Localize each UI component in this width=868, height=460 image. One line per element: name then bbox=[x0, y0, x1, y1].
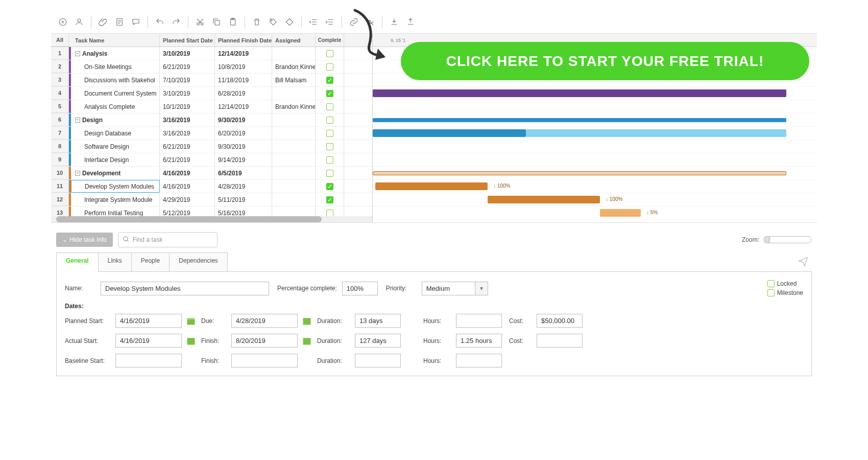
hours-baseline-input[interactable] bbox=[456, 354, 502, 367]
tab-links[interactable]: Links bbox=[98, 252, 132, 271]
complete-checkbox[interactable] bbox=[326, 210, 333, 217]
priority-select[interactable]: ▾ bbox=[422, 282, 488, 295]
task-row[interactable]: 3Discussions with Stakehol7/10/201911/18… bbox=[51, 74, 372, 87]
outdent-icon[interactable] bbox=[307, 15, 320, 29]
note-icon[interactable] bbox=[113, 15, 126, 29]
finish-input[interactable] bbox=[231, 334, 298, 348]
tab-general[interactable]: General bbox=[56, 252, 99, 272]
tab-dependencies[interactable]: Dependencies bbox=[169, 252, 228, 271]
redo-icon[interactable] bbox=[170, 15, 183, 29]
task-row[interactable]: 12Integrate System Module4/29/20195/11/2… bbox=[51, 193, 372, 206]
send-icon[interactable] bbox=[794, 252, 812, 271]
complete-checkbox[interactable] bbox=[326, 170, 333, 177]
task-row[interactable]: 8Software Design6/21/20199/30/2019 bbox=[51, 140, 372, 153]
calendar-icon[interactable] bbox=[300, 334, 314, 348]
complete-checkbox[interactable]: ✓ bbox=[326, 196, 333, 203]
grid-hscrollbar[interactable] bbox=[51, 216, 372, 222]
gantt-bar[interactable] bbox=[373, 89, 786, 97]
complete-checkbox[interactable]: ✓ bbox=[326, 183, 333, 190]
task-row[interactable]: 13Perform Initial Testing5/12/20195/16/2… bbox=[51, 206, 372, 216]
complete-checkbox[interactable] bbox=[326, 103, 333, 110]
col-start[interactable]: Planned Start Date bbox=[160, 34, 215, 47]
task-details-panel: ⌄ Hide task info Find a task Zoom: Gener… bbox=[51, 223, 817, 385]
task-row[interactable]: 9Interface Design6/21/20199/14/2019 bbox=[51, 153, 372, 167]
col-name[interactable]: Task Name bbox=[69, 34, 160, 47]
export-icon[interactable] bbox=[404, 15, 417, 29]
gantt-row: ↓ 100% bbox=[373, 220, 817, 222]
name-input[interactable] bbox=[101, 282, 269, 295]
cta-banner[interactable]: CLICK HERE TO START YOUR FREE TRIAL! bbox=[401, 42, 809, 80]
duration-actual-input[interactable] bbox=[355, 334, 401, 348]
gantt-bar[interactable] bbox=[488, 196, 600, 203]
task-row[interactable]: 4Document Current System3/10/20196/28/20… bbox=[51, 87, 372, 100]
calendar-icon[interactable] bbox=[300, 314, 314, 328]
task-row[interactable]: 6−Design3/16/20199/30/2019 bbox=[51, 113, 372, 127]
milestone-checkbox[interactable] bbox=[767, 289, 775, 296]
col-finish[interactable]: Planned Finish Date bbox=[215, 34, 272, 47]
attachment-icon[interactable] bbox=[97, 15, 110, 29]
complete-checkbox[interactable] bbox=[326, 130, 333, 137]
actual-start-input[interactable] bbox=[115, 334, 182, 348]
svg-rect-12 bbox=[303, 318, 310, 325]
cost-planned-input[interactable] bbox=[537, 314, 583, 328]
col-all[interactable]: All bbox=[51, 34, 69, 47]
gantt-bar[interactable] bbox=[373, 129, 526, 137]
hide-task-info-button[interactable]: ⌄ Hide task info bbox=[56, 233, 113, 247]
toolbar bbox=[51, 10, 817, 34]
locked-checkbox[interactable] bbox=[767, 280, 775, 287]
cost-actual-input[interactable] bbox=[537, 334, 583, 348]
gantt-bar[interactable] bbox=[600, 209, 641, 217]
baseline-start-label: Baseline Start: bbox=[65, 357, 113, 364]
calendar-icon[interactable] bbox=[184, 314, 198, 328]
calendar-icon[interactable] bbox=[184, 334, 198, 348]
task-row[interactable]: 10−Development4/16/20196/5/2019 bbox=[51, 167, 372, 180]
task-row[interactable]: 7Design Database3/16/20196/20/2019 bbox=[51, 127, 372, 140]
collapse-icon[interactable]: − bbox=[75, 51, 80, 56]
task-grid: All Task Name Planned Start Date Planned… bbox=[51, 34, 373, 222]
col-assigned[interactable]: Assigned bbox=[272, 34, 316, 47]
complete-checkbox[interactable] bbox=[326, 156, 333, 164]
due-input[interactable] bbox=[231, 314, 298, 328]
gantt-bar[interactable] bbox=[373, 171, 786, 175]
paste-icon[interactable] bbox=[226, 15, 239, 29]
zoom-slider[interactable] bbox=[763, 236, 812, 243]
finish-label: Finish: bbox=[201, 357, 229, 364]
duration-planned-input[interactable] bbox=[355, 314, 401, 328]
collapse-icon[interactable]: − bbox=[75, 118, 80, 123]
gantt-bar[interactable] bbox=[526, 129, 786, 137]
task-row[interactable]: 11Develop System Modules4/16/20194/28/20… bbox=[51, 180, 372, 193]
copy-icon[interactable] bbox=[210, 15, 223, 29]
planned-start-input[interactable] bbox=[115, 314, 182, 328]
gantt-row: ↓ 100% bbox=[373, 180, 817, 193]
gantt-bar-label: ↓ 5% bbox=[646, 210, 658, 215]
priority-label: Priority: bbox=[386, 285, 417, 292]
task-row[interactable]: 1−Analysis3/10/201912/14/2019 bbox=[51, 47, 372, 60]
pct-input[interactable] bbox=[342, 282, 378, 295]
duration-baseline-input[interactable] bbox=[355, 354, 401, 367]
find-task-input[interactable]: Find a task bbox=[118, 232, 218, 247]
collapse-icon[interactable]: − bbox=[75, 171, 80, 176]
task-row[interactable]: 5Analysis Complete10/1/201912/14/2019Bra… bbox=[51, 100, 372, 113]
add-icon[interactable] bbox=[56, 15, 69, 29]
hours-planned-input[interactable] bbox=[456, 314, 502, 328]
baseline-start-input[interactable] bbox=[115, 354, 182, 367]
baseline-finish-input[interactable] bbox=[231, 354, 298, 367]
complete-checkbox[interactable]: ✓ bbox=[326, 90, 333, 97]
hours-actual-input[interactable] bbox=[456, 334, 502, 348]
cost-label: Cost: bbox=[509, 317, 535, 325]
complete-checkbox[interactable] bbox=[326, 117, 333, 124]
gantt-row bbox=[373, 87, 817, 100]
tab-people[interactable]: People bbox=[131, 252, 170, 271]
planned-start-label: Planned Start: bbox=[65, 317, 113, 325]
tag-icon[interactable] bbox=[267, 15, 280, 29]
person-icon[interactable] bbox=[73, 15, 86, 29]
diamond-icon[interactable] bbox=[283, 15, 296, 29]
task-row[interactable]: 2On-Site Meetings6/21/201910/8/2019Brand… bbox=[51, 60, 372, 74]
comment-icon[interactable] bbox=[129, 15, 142, 29]
delete-icon[interactable] bbox=[250, 15, 263, 29]
complete-checkbox[interactable] bbox=[326, 143, 333, 150]
gantt-bar[interactable] bbox=[375, 182, 488, 190]
gantt-bar[interactable] bbox=[373, 118, 786, 122]
cut-icon[interactable] bbox=[194, 15, 207, 29]
undo-icon[interactable] bbox=[153, 15, 166, 29]
